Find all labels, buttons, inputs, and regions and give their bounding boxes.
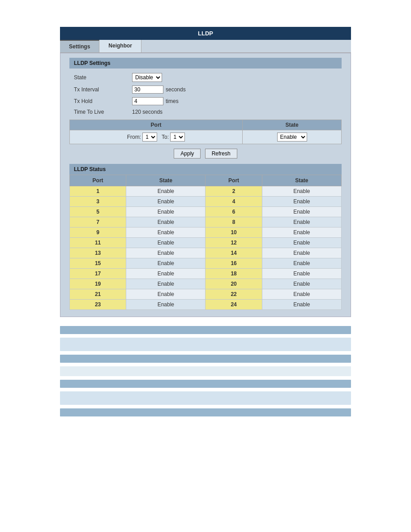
state1-cell: Enable xyxy=(126,207,206,217)
state1-cell: Enable xyxy=(126,258,206,269)
table-row: 17Enable18Enable xyxy=(70,269,342,279)
tx-interval-row: Tx Interval seconds xyxy=(74,86,337,94)
tx-hold-label: Tx Hold xyxy=(74,98,132,104)
stripe-3 xyxy=(60,355,351,363)
port2-cell: 4 xyxy=(206,197,262,207)
port2-cell: 18 xyxy=(206,269,262,279)
state2-cell: Enable xyxy=(262,227,341,238)
state1-cell: Enable xyxy=(126,289,206,300)
apply-button[interactable]: Apply xyxy=(174,149,201,159)
state1-cell: Enable xyxy=(126,186,206,197)
port1-cell: 21 xyxy=(70,289,126,300)
from-label: From: xyxy=(127,134,141,140)
state1-cell: Enable xyxy=(126,248,206,258)
port1-cell: 9 xyxy=(70,227,126,238)
col-port-header: Port xyxy=(70,120,243,130)
port2-cell: 24 xyxy=(206,300,262,310)
state1-cell: Enable xyxy=(126,217,206,227)
port2-cell: 2 xyxy=(206,186,262,197)
state2-cell: Enable xyxy=(262,248,341,258)
port1-cell: 7 xyxy=(70,217,126,227)
tx-hold-input[interactable] xyxy=(132,97,163,105)
to-label: To: xyxy=(162,134,169,140)
tabs-row: Settings Neighbor xyxy=(60,40,351,53)
table-row: 5Enable6Enable xyxy=(70,207,342,217)
port1-cell: 19 xyxy=(70,279,126,289)
stripe-2 xyxy=(60,338,351,351)
state-label: State xyxy=(74,74,132,81)
lldp-status-table: Port State Port State 1Enable2Enable3Ena… xyxy=(69,175,342,310)
stripe-7 xyxy=(60,408,351,416)
table-row: 11Enable12Enable xyxy=(70,238,342,248)
port2-cell: 14 xyxy=(206,248,262,258)
page-wrapper: LLDP Settings Neighbor LLDP Settings Sta… xyxy=(0,0,411,532)
state2-cell: Enable xyxy=(262,217,341,227)
state-select[interactable]: Disable Enable xyxy=(132,73,162,82)
stripe-1 xyxy=(60,326,351,334)
state2-cell: Enable xyxy=(262,300,341,310)
tx-interval-input[interactable] xyxy=(132,86,163,94)
port-state-cell: Enable Disable xyxy=(243,130,342,144)
state1-cell: Enable xyxy=(126,238,206,248)
table-row: 1Enable2Enable xyxy=(70,186,342,197)
table-row: 3Enable4Enable xyxy=(70,197,342,207)
port1-cell: 15 xyxy=(70,258,126,269)
state2-cell: Enable xyxy=(262,207,341,217)
tx-interval-label: Tx Interval xyxy=(74,86,132,93)
port-range-row: From: 1 To: 1 Enable xyxy=(70,130,342,144)
col-port2-header: Port xyxy=(206,175,262,186)
time-to-live-label: Time To Live xyxy=(74,109,132,115)
time-to-live-value: 120 seconds xyxy=(132,109,163,115)
table-row: 19Enable20Enable xyxy=(70,279,342,289)
state2-cell: Enable xyxy=(262,279,341,289)
port-range-cell: From: 1 To: 1 xyxy=(70,130,243,144)
time-to-live-row: Time To Live 120 seconds xyxy=(74,109,337,115)
state1-cell: Enable xyxy=(126,300,206,310)
col-state2-header: State xyxy=(262,175,341,186)
refresh-button[interactable]: Refresh xyxy=(205,149,237,159)
from-select[interactable]: 1 xyxy=(142,133,157,142)
col-state1-header: State xyxy=(126,175,206,186)
lldp-settings-header: LLDP Settings xyxy=(69,58,342,69)
state2-cell: Enable xyxy=(262,197,341,207)
port2-cell: 8 xyxy=(206,217,262,227)
lldp-settings-area: LLDP Settings State Disable Enable Tx In… xyxy=(60,53,351,317)
state2-cell: Enable xyxy=(262,289,341,300)
state2-cell: Enable xyxy=(262,269,341,279)
state2-cell: Enable xyxy=(262,238,341,248)
state1-cell: Enable xyxy=(126,279,206,289)
tab-settings[interactable]: Settings xyxy=(60,40,99,52)
port2-cell: 16 xyxy=(206,258,262,269)
buttons-row: Apply Refresh xyxy=(69,149,342,159)
col-state-header: State xyxy=(243,120,342,130)
page-title: LLDP xyxy=(60,27,351,40)
stripe-4 xyxy=(60,366,351,376)
port2-cell: 10 xyxy=(206,227,262,238)
table-row: 13Enable14Enable xyxy=(70,248,342,258)
tab-neighbor[interactable]: Neighbor xyxy=(99,40,141,52)
table-row: 21Enable22Enable xyxy=(70,289,342,300)
table-row: 15Enable16Enable xyxy=(70,258,342,269)
port2-cell: 22 xyxy=(206,289,262,300)
lldp-status-section: LLDP Status Port State Port State 1Enabl… xyxy=(69,164,342,310)
to-select[interactable]: 1 xyxy=(170,133,185,142)
tx-hold-row: Tx Hold times xyxy=(74,97,337,105)
status-table-header-row: Port State Port State xyxy=(70,175,342,186)
tx-hold-unit: times xyxy=(166,98,179,104)
state1-cell: Enable xyxy=(126,227,206,238)
state-row: State Disable Enable xyxy=(74,73,337,82)
state2-cell: Enable xyxy=(262,258,341,269)
port1-cell: 23 xyxy=(70,300,126,310)
port2-cell: 6 xyxy=(206,207,262,217)
table-row: 9Enable10Enable xyxy=(70,227,342,238)
table-row: 7Enable8Enable xyxy=(70,217,342,227)
port-state-select[interactable]: Enable Disable xyxy=(277,133,307,142)
bottom-stripes xyxy=(60,326,351,416)
main-container: LLDP Settings Neighbor LLDP Settings Sta… xyxy=(60,27,351,416)
port2-cell: 20 xyxy=(206,279,262,289)
col-port1-header: Port xyxy=(70,175,126,186)
stripe-6 xyxy=(60,391,351,405)
port1-cell: 5 xyxy=(70,207,126,217)
port2-cell: 12 xyxy=(206,238,262,248)
port-state-table: Port State From: 1 To: xyxy=(69,120,342,144)
